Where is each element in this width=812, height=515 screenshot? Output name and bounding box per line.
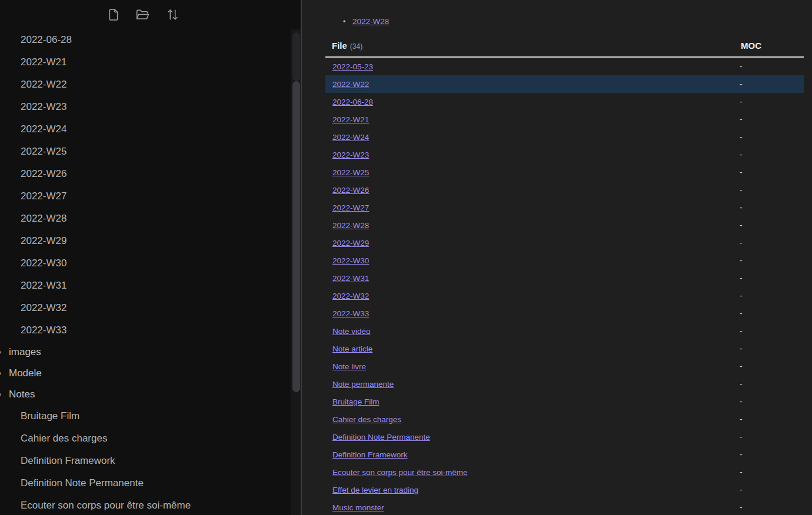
table-row[interactable]: 2022-W29-: [325, 234, 804, 252]
table-row[interactable]: 2022-W24-: [325, 128, 804, 146]
file-link[interactable]: 2022-W31: [332, 274, 369, 283]
file-link[interactable]: Note livre: [332, 362, 366, 371]
file-link[interactable]: 2022-06-28: [332, 98, 373, 106]
tree-file[interactable]: 2022-W21: [0, 51, 291, 73]
file-link[interactable]: Cahier des charges: [332, 415, 401, 424]
file-link[interactable]: 2022-05-23: [332, 62, 373, 71]
file-link[interactable]: Music monster: [332, 503, 384, 512]
tree-file[interactable]: 2022-W32: [0, 297, 291, 319]
file-link[interactable]: 2022-W29: [332, 239, 369, 248]
file-cell: Note permanente: [325, 379, 733, 389]
file-cell: 2022-W25: [325, 167, 733, 178]
file-link[interactable]: 2022-W30: [332, 256, 369, 265]
tree-folder[interactable]: ❯Notes: [0, 384, 291, 405]
moc-value: -: [733, 97, 804, 106]
table-row[interactable]: 2022-05-23-: [325, 58, 804, 75]
table-row[interactable]: Note livre-: [325, 357, 804, 375]
file-link[interactable]: Note permanente: [332, 380, 394, 389]
file-link[interactable]: 2022-W25: [332, 168, 369, 177]
table-row[interactable]: 2022-W31-: [325, 269, 804, 287]
file-link[interactable]: Definition Framework: [332, 450, 408, 459]
file-cell: Note vidéo: [325, 326, 733, 336]
moc-value: -: [733, 115, 804, 124]
tree-file[interactable]: 2022-06-28: [0, 29, 291, 51]
file-cell: 2022-W28: [325, 220, 733, 230]
file-header-label: File: [332, 41, 347, 51]
tree-folder[interactable]: ❯images: [0, 342, 291, 363]
table-row[interactable]: 2022-W30-: [325, 252, 804, 269]
file-link[interactable]: 2022-W26: [332, 186, 369, 195]
file-link[interactable]: 2022-W21: [332, 115, 369, 124]
file-link[interactable]: 2022-W22: [332, 80, 369, 89]
tree-file[interactable]: 2022-W23: [0, 96, 291, 118]
table-row[interactable]: 2022-W33-: [325, 305, 804, 322]
file-cell: Music monster: [325, 502, 733, 513]
file-link[interactable]: Effet de levier en trading: [332, 486, 418, 494]
file-count-badge: (34): [350, 42, 362, 51]
file-link[interactable]: Definition Note Permanente: [332, 433, 430, 442]
tree-file[interactable]: 2022-W25: [0, 141, 291, 163]
new-note-button[interactable]: [104, 6, 123, 25]
table-row[interactable]: Definition Framework-: [325, 446, 804, 463]
table-row[interactable]: Effet de levier en trading-: [325, 481, 804, 499]
tree-file[interactable]: Ecouter son corps pour être soi-même: [0, 494, 291, 515]
file-link[interactable]: Ecouter son corps pour être soi-même: [332, 468, 468, 477]
sort-order-button[interactable]: [163, 6, 182, 25]
collapse-chevron-icon[interactable]: ❯: [0, 370, 2, 376]
sidebar-scrollbar-thumb[interactable]: [292, 81, 300, 392]
file-link[interactable]: 2022-W23: [332, 151, 369, 159]
tree-file[interactable]: 2022-W22: [0, 73, 291, 96]
tree-file[interactable]: Definition Note Permanente: [0, 472, 291, 494]
tree-file[interactable]: 2022-W28: [0, 208, 291, 230]
tree-file[interactable]: 2022-W24: [0, 118, 291, 141]
file-link[interactable]: 2022-W24: [332, 133, 369, 142]
tree-file[interactable]: Bruitage Film: [0, 405, 291, 427]
tree-file[interactable]: 2022-W33: [0, 319, 291, 342]
collapse-chevron-icon[interactable]: ❯: [0, 349, 2, 355]
collapse-chevron-icon[interactable]: ❯: [0, 391, 2, 397]
tree-file[interactable]: Cahier des charges: [0, 427, 291, 450]
table-row[interactable]: 2022-W25-: [325, 163, 804, 181]
table-row[interactable]: 2022-W27-: [325, 199, 804, 216]
file-cell: 2022-W23: [325, 149, 733, 160]
table-row[interactable]: 2022-W28-: [325, 216, 804, 234]
tree-folder[interactable]: ❯Modele: [0, 363, 291, 384]
tree-file[interactable]: Definition Framework: [0, 450, 291, 472]
file-tree: 2022-06-282022-W212022-W222022-W232022-W…: [0, 29, 291, 515]
table-row[interactable]: 2022-W32-: [325, 287, 804, 305]
file-link[interactable]: 2022-W33: [332, 309, 369, 318]
table-row[interactable]: Bruitage Film-: [325, 393, 804, 410]
table-row[interactable]: Note permanente-: [325, 375, 804, 393]
tree-item-label: 2022-W27: [21, 190, 66, 202]
file-link[interactable]: 2022-W32: [332, 292, 369, 300]
tree-item-label: 2022-W24: [21, 123, 66, 135]
note-link[interactable]: 2022-W28: [352, 17, 389, 26]
file-link[interactable]: Note vidéo: [332, 327, 371, 336]
table-row[interactable]: Definition Note Permanente-: [325, 428, 804, 446]
table-row[interactable]: 2022-W23-: [325, 146, 804, 163]
tree-file[interactable]: 2022-W30: [0, 252, 291, 275]
table-row[interactable]: Music monster-: [325, 499, 804, 515]
table-row[interactable]: 2022-W22-: [325, 75, 804, 93]
table-row[interactable]: Note article-: [325, 340, 804, 357]
file-link[interactable]: 2022-W28: [332, 221, 369, 230]
tree-file[interactable]: 2022-W27: [0, 185, 291, 208]
table-row[interactable]: Note vidéo-: [325, 322, 804, 340]
content-pane: • 2022-W28 File (34) MOC 2022-05-23-2022…: [302, 0, 812, 515]
tree-file[interactable]: 2022-W26: [0, 163, 291, 185]
table-row[interactable]: Ecouter son corps pour être soi-même-: [325, 463, 804, 481]
new-folder-button[interactable]: [133, 6, 152, 25]
moc-value: -: [733, 273, 804, 283]
tree-file[interactable]: 2022-W31: [0, 275, 291, 297]
file-link[interactable]: Note article: [332, 345, 372, 353]
file-link[interactable]: Bruitage Film: [332, 397, 380, 406]
table-row[interactable]: 2022-06-28-: [325, 93, 804, 111]
table-row[interactable]: 2022-W26-: [325, 181, 804, 199]
file-link[interactable]: 2022-W27: [332, 203, 369, 212]
sidebar-scrollbar-thumb-secondary[interactable]: [292, 32, 300, 81]
file-cell: 2022-W21: [325, 114, 733, 125]
table-row[interactable]: Cahier des charges-: [325, 410, 804, 428]
file-cell: 2022-W31: [325, 273, 733, 283]
table-row[interactable]: 2022-W21-: [325, 111, 804, 128]
tree-file[interactable]: 2022-W29: [0, 230, 291, 252]
